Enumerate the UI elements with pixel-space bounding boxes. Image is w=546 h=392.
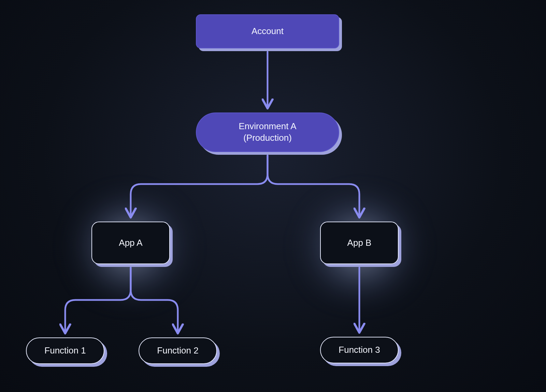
edge-app-a-to-function-2 xyxy=(131,268,178,331)
edge-app-a-to-function-1 xyxy=(65,268,131,331)
node-function-3-label: Function 3 xyxy=(339,344,380,356)
node-environment-line1: Environment A xyxy=(239,121,296,132)
edge-environment-to-app-b xyxy=(268,155,359,215)
node-environment-text: Environment A (Production) xyxy=(239,121,296,144)
node-account-label: Account xyxy=(252,26,284,37)
node-app-a-label: App A xyxy=(119,237,142,249)
node-app-b-label: App B xyxy=(347,237,372,249)
node-account: Account xyxy=(196,14,339,48)
node-environment-line2: (Production) xyxy=(239,132,296,144)
node-environment: Environment A (Production) xyxy=(196,112,339,152)
node-function-2: Function 2 xyxy=(139,337,217,364)
node-function-1: Function 1 xyxy=(26,337,104,364)
node-function-3: Function 3 xyxy=(320,337,399,363)
connector-layer xyxy=(0,0,546,392)
edge-environment-to-app-a xyxy=(131,155,268,215)
diagram-canvas: Account Environment A (Production) App A… xyxy=(0,0,546,392)
node-app-a: App A xyxy=(91,222,170,264)
node-function-2-label: Function 2 xyxy=(157,345,198,357)
node-app-b: App B xyxy=(320,222,399,264)
node-function-1-label: Function 1 xyxy=(44,345,86,357)
